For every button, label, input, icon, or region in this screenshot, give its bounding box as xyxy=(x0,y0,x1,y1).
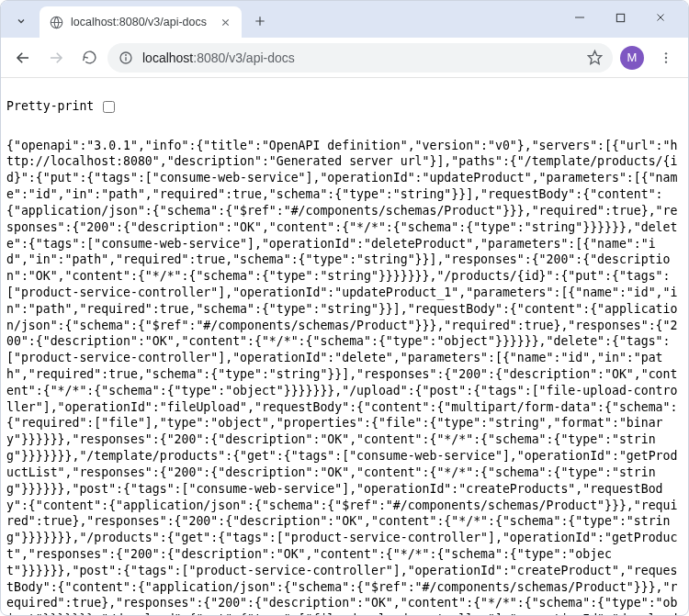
address-bar[interactable]: localhost:8080/v3/api-docs xyxy=(107,43,613,73)
svg-rect-6 xyxy=(616,14,624,21)
svg-point-15 xyxy=(665,52,667,54)
reload-button[interactable] xyxy=(74,43,104,73)
dots-vertical-icon xyxy=(659,50,673,65)
maximize-icon xyxy=(616,13,626,23)
json-body[interactable]: {"openapi":"3.0.1","info":{"title":"Open… xyxy=(6,138,683,615)
window-controls xyxy=(559,1,681,38)
pretty-print-checkbox[interactable] xyxy=(103,101,115,113)
arrow-right-icon xyxy=(48,50,64,66)
browser-titlebar: localhost:8080/v3/api-docs xyxy=(1,1,688,38)
window-minimize-button[interactable] xyxy=(559,4,600,31)
page-content: Pretty-print {"openapi":"3.0.1","info":{… xyxy=(1,78,688,615)
avatar-initial: M xyxy=(627,50,638,64)
profile-avatar[interactable]: M xyxy=(620,46,644,70)
close-icon xyxy=(655,12,666,23)
site-info-button[interactable] xyxy=(117,49,135,67)
minimize-icon xyxy=(574,12,585,23)
tabs-dropdown-button[interactable] xyxy=(8,8,34,34)
svg-point-16 xyxy=(665,56,667,58)
browser-toolbar: localhost:8080/v3/api-docs M xyxy=(1,38,688,78)
pretty-print-row: Pretty-print xyxy=(6,98,683,116)
url-host: localhost xyxy=(142,50,193,65)
bookmark-button[interactable] xyxy=(585,49,604,67)
overflow-menu-button[interactable] xyxy=(651,43,681,73)
new-tab-button[interactable] xyxy=(247,8,273,34)
tab-title: localhost:8080/v3/api-docs xyxy=(71,16,210,28)
url-path: :8080/v3/api-docs xyxy=(193,50,295,65)
url-text: localhost:8080/v3/api-docs xyxy=(142,50,578,65)
chevron-down-icon xyxy=(16,16,27,27)
globe-icon xyxy=(49,15,63,29)
browser-tab[interactable]: localhost:8080/v3/api-docs xyxy=(40,6,242,38)
forward-button[interactable] xyxy=(41,43,71,73)
plus-icon xyxy=(254,15,266,28)
info-icon xyxy=(119,50,133,65)
close-icon xyxy=(220,17,231,28)
back-button[interactable] xyxy=(8,43,38,73)
svg-marker-14 xyxy=(588,50,601,63)
tab-close-button[interactable] xyxy=(218,15,232,29)
svg-point-17 xyxy=(665,61,667,62)
pretty-print-label: Pretty-print xyxy=(6,98,94,115)
window-maximize-button[interactable] xyxy=(600,4,640,31)
reload-icon xyxy=(82,50,97,65)
svg-point-13 xyxy=(126,54,127,55)
window-close-button[interactable] xyxy=(640,4,681,31)
arrow-left-icon xyxy=(15,50,31,66)
star-icon xyxy=(587,50,603,65)
